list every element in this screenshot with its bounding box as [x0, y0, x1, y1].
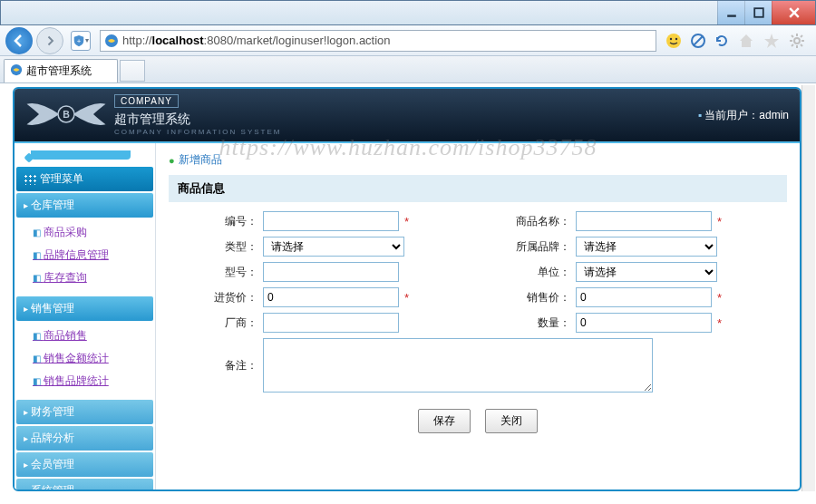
nav-back-button[interactable]: [5, 27, 33, 54]
svg-point-6: [666, 34, 681, 48]
tab-title: 超市管理系统: [26, 63, 92, 79]
svg-rect-1: [754, 8, 763, 17]
browser-tabbar: 超市管理系统: [0, 56, 816, 83]
svg-point-11: [794, 38, 800, 44]
security-shield-button[interactable]: +▾: [71, 31, 91, 51]
blocked-icon[interactable]: [691, 34, 705, 48]
window-minimize-button[interactable]: [717, 1, 744, 24]
browser-tab[interactable]: 超市管理系统: [4, 59, 118, 82]
svg-line-16: [792, 35, 793, 37]
toolbar-icons: [665, 33, 811, 49]
svg-line-10: [694, 36, 703, 45]
svg-text:+: +: [77, 36, 82, 44]
address-bar[interactable]: http://localhost:8080/market/loginuser!l…: [100, 30, 656, 52]
new-tab-button[interactable]: [120, 60, 145, 82]
refresh-icon[interactable]: [714, 34, 729, 48]
smiley-icon[interactable]: [665, 33, 682, 49]
settings-icon[interactable]: [789, 33, 805, 49]
favorites-icon[interactable]: [763, 33, 780, 49]
browser-toolbar: +▾ http://localhost:8080/market/loginuse…: [0, 25, 816, 56]
svg-point-7: [670, 37, 672, 39]
window-close-button[interactable]: [772, 1, 815, 24]
window-maximize-button[interactable]: [744, 1, 772, 24]
home-icon[interactable]: [738, 33, 754, 49]
svg-line-19: [792, 44, 793, 46]
ie-icon: [104, 34, 119, 48]
svg-point-8: [675, 37, 677, 39]
window-titlebar: [0, 0, 816, 25]
svg-line-17: [801, 44, 802, 46]
nav-forward-button[interactable]: [36, 27, 63, 54]
ie-icon: [10, 63, 23, 79]
url-text: http://localhost:8080/market/loginuser!l…: [122, 34, 652, 47]
svg-line-18: [801, 35, 802, 37]
